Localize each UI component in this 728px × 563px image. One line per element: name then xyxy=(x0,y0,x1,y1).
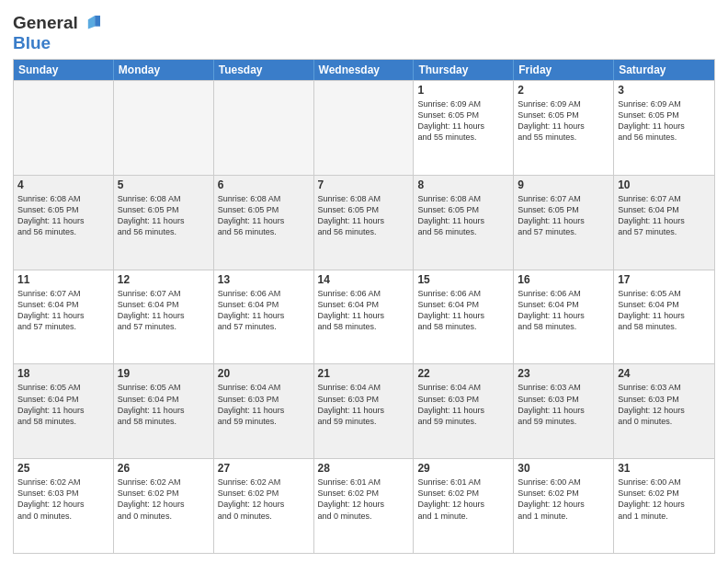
calendar-cell: 24Sunrise: 6:03 AM Sunset: 6:03 PM Dayli… xyxy=(614,364,714,458)
calendar-cell: 4Sunrise: 6:08 AM Sunset: 6:05 PM Daylig… xyxy=(14,176,114,270)
calendar-cell: 14Sunrise: 6:06 AM Sunset: 6:04 PM Dayli… xyxy=(314,270,415,364)
cell-text: Sunrise: 6:03 AM Sunset: 6:03 PM Dayligh… xyxy=(518,382,609,427)
cell-text: Sunrise: 6:04 AM Sunset: 6:03 PM Dayligh… xyxy=(318,382,410,427)
cell-text: Sunrise: 6:03 AM Sunset: 6:03 PM Dayligh… xyxy=(618,382,711,427)
calendar-cell: 13Sunrise: 6:06 AM Sunset: 6:04 PM Dayli… xyxy=(214,270,314,364)
cell-text: Sunrise: 6:07 AM Sunset: 6:04 PM Dayligh… xyxy=(618,193,711,238)
cell-text: Sunrise: 6:01 AM Sunset: 6:02 PM Dayligh… xyxy=(318,477,410,522)
day-number: 28 xyxy=(318,462,410,475)
day-number: 24 xyxy=(618,367,711,380)
svg-marker-0 xyxy=(95,16,100,27)
cell-text: Sunrise: 6:04 AM Sunset: 6:03 PM Dayligh… xyxy=(417,382,509,427)
weekday-header: Sunday xyxy=(14,60,114,80)
cell-text: Sunrise: 6:05 AM Sunset: 6:04 PM Dayligh… xyxy=(618,288,711,333)
calendar-cell: 9Sunrise: 6:07 AM Sunset: 6:05 PM Daylig… xyxy=(514,176,614,270)
calendar-cell: 10Sunrise: 6:07 AM Sunset: 6:04 PM Dayli… xyxy=(614,176,714,270)
cell-text: Sunrise: 6:06 AM Sunset: 6:04 PM Dayligh… xyxy=(518,288,609,333)
day-number: 12 xyxy=(118,273,210,286)
day-number: 29 xyxy=(417,462,509,475)
calendar-cell: 26Sunrise: 6:02 AM Sunset: 6:02 PM Dayli… xyxy=(114,459,214,553)
calendar-cell xyxy=(114,81,214,175)
day-number: 1 xyxy=(417,84,509,97)
day-number: 30 xyxy=(518,462,609,475)
calendar-row: 11Sunrise: 6:07 AM Sunset: 6:04 PM Dayli… xyxy=(14,270,714,364)
cell-text: Sunrise: 6:08 AM Sunset: 6:05 PM Dayligh… xyxy=(417,193,509,238)
day-number: 19 xyxy=(118,367,210,380)
cell-text: Sunrise: 6:02 AM Sunset: 6:02 PM Dayligh… xyxy=(218,477,310,522)
calendar-page: General Blue SundayMondayTuesdayWednesda… xyxy=(0,0,728,563)
cell-text: Sunrise: 6:08 AM Sunset: 6:05 PM Dayligh… xyxy=(318,193,410,238)
cell-text: Sunrise: 6:08 AM Sunset: 6:05 PM Dayligh… xyxy=(218,193,310,238)
calendar-cell: 25Sunrise: 6:02 AM Sunset: 6:03 PM Dayli… xyxy=(14,459,114,553)
header: General Blue xyxy=(13,9,715,53)
calendar-cell: 23Sunrise: 6:03 AM Sunset: 6:03 PM Dayli… xyxy=(514,364,614,458)
logo-icon xyxy=(80,13,100,33)
calendar-cell: 18Sunrise: 6:05 AM Sunset: 6:04 PM Dayli… xyxy=(14,364,114,458)
calendar-cell: 15Sunrise: 6:06 AM Sunset: 6:04 PM Dayli… xyxy=(414,270,514,364)
day-number: 22 xyxy=(417,367,509,380)
calendar-cell: 19Sunrise: 6:05 AM Sunset: 6:04 PM Dayli… xyxy=(114,364,214,458)
logo-blue: Blue xyxy=(13,33,51,52)
cell-text: Sunrise: 6:06 AM Sunset: 6:04 PM Dayligh… xyxy=(417,288,509,333)
calendar-row: 4Sunrise: 6:08 AM Sunset: 6:05 PM Daylig… xyxy=(14,175,714,270)
cell-text: Sunrise: 6:09 AM Sunset: 6:05 PM Dayligh… xyxy=(518,98,609,144)
cell-text: Sunrise: 6:05 AM Sunset: 6:04 PM Dayligh… xyxy=(118,382,210,427)
day-number: 20 xyxy=(218,367,310,380)
day-number: 10 xyxy=(618,178,711,191)
day-number: 5 xyxy=(118,178,210,191)
calendar-cell: 27Sunrise: 6:02 AM Sunset: 6:02 PM Dayli… xyxy=(214,459,314,553)
day-number: 2 xyxy=(518,84,609,97)
calendar-cell: 17Sunrise: 6:05 AM Sunset: 6:04 PM Dayli… xyxy=(614,270,714,364)
weekday-header: Friday xyxy=(514,60,614,80)
cell-text: Sunrise: 6:09 AM Sunset: 6:05 PM Dayligh… xyxy=(417,98,509,144)
cell-text: Sunrise: 6:04 AM Sunset: 6:03 PM Dayligh… xyxy=(218,382,310,427)
calendar-cell: 11Sunrise: 6:07 AM Sunset: 6:04 PM Dayli… xyxy=(14,270,114,364)
day-number: 15 xyxy=(417,273,509,286)
weekday-header: Thursday xyxy=(414,60,514,80)
day-number: 21 xyxy=(318,367,410,380)
cell-text: Sunrise: 6:06 AM Sunset: 6:04 PM Dayligh… xyxy=(318,288,410,333)
day-number: 18 xyxy=(17,367,109,380)
day-number: 31 xyxy=(618,462,711,475)
calendar-cell: 1Sunrise: 6:09 AM Sunset: 6:05 PM Daylig… xyxy=(414,81,514,175)
calendar-row: 25Sunrise: 6:02 AM Sunset: 6:03 PM Dayli… xyxy=(14,458,714,553)
cell-text: Sunrise: 6:06 AM Sunset: 6:04 PM Dayligh… xyxy=(218,288,310,333)
calendar-cell: 28Sunrise: 6:01 AM Sunset: 6:02 PM Dayli… xyxy=(314,459,415,553)
calendar-cell: 5Sunrise: 6:08 AM Sunset: 6:05 PM Daylig… xyxy=(114,176,214,270)
cell-text: Sunrise: 6:05 AM Sunset: 6:04 PM Dayligh… xyxy=(17,382,109,427)
cell-text: Sunrise: 6:08 AM Sunset: 6:05 PM Dayligh… xyxy=(17,193,109,238)
calendar-cell: 3Sunrise: 6:09 AM Sunset: 6:05 PM Daylig… xyxy=(614,81,714,175)
calendar-cell: 21Sunrise: 6:04 AM Sunset: 6:03 PM Dayli… xyxy=(314,364,415,458)
cell-text: Sunrise: 6:07 AM Sunset: 6:05 PM Dayligh… xyxy=(518,193,609,238)
calendar-row: 1Sunrise: 6:09 AM Sunset: 6:05 PM Daylig… xyxy=(14,80,714,175)
calendar-cell xyxy=(14,81,114,175)
logo-general: General xyxy=(13,13,78,33)
cell-text: Sunrise: 6:07 AM Sunset: 6:04 PM Dayligh… xyxy=(118,288,210,333)
day-number: 25 xyxy=(17,462,109,475)
logo: General Blue xyxy=(13,13,100,53)
calendar-cell: 30Sunrise: 6:00 AM Sunset: 6:02 PM Dayli… xyxy=(514,459,614,553)
calendar-cell: 7Sunrise: 6:08 AM Sunset: 6:05 PM Daylig… xyxy=(314,176,415,270)
calendar-cell: 12Sunrise: 6:07 AM Sunset: 6:04 PM Dayli… xyxy=(114,270,214,364)
calendar-row: 18Sunrise: 6:05 AM Sunset: 6:04 PM Dayli… xyxy=(14,363,714,458)
day-number: 11 xyxy=(17,273,109,286)
weekday-header: Monday xyxy=(114,60,214,80)
cell-text: Sunrise: 6:00 AM Sunset: 6:02 PM Dayligh… xyxy=(518,477,609,522)
calendar-cell: 29Sunrise: 6:01 AM Sunset: 6:02 PM Dayli… xyxy=(414,459,514,553)
calendar-cell: 2Sunrise: 6:09 AM Sunset: 6:05 PM Daylig… xyxy=(514,81,614,175)
cell-text: Sunrise: 6:02 AM Sunset: 6:02 PM Dayligh… xyxy=(118,477,210,522)
calendar-cell: 16Sunrise: 6:06 AM Sunset: 6:04 PM Dayli… xyxy=(514,270,614,364)
cell-text: Sunrise: 6:07 AM Sunset: 6:04 PM Dayligh… xyxy=(17,288,109,333)
calendar: SundayMondayTuesdayWednesdayThursdayFrid… xyxy=(13,59,715,554)
calendar-cell: 8Sunrise: 6:08 AM Sunset: 6:05 PM Daylig… xyxy=(414,176,514,270)
day-number: 9 xyxy=(518,178,609,191)
day-number: 27 xyxy=(218,462,310,475)
cell-text: Sunrise: 6:09 AM Sunset: 6:05 PM Dayligh… xyxy=(618,98,711,144)
weekday-header: Wednesday xyxy=(314,60,415,80)
calendar-header: SundayMondayTuesdayWednesdayThursdayFrid… xyxy=(14,60,714,80)
cell-text: Sunrise: 6:00 AM Sunset: 6:02 PM Dayligh… xyxy=(618,477,711,522)
day-number: 17 xyxy=(618,273,711,286)
day-number: 4 xyxy=(17,178,109,191)
calendar-cell: 22Sunrise: 6:04 AM Sunset: 6:03 PM Dayli… xyxy=(414,364,514,458)
calendar-body: 1Sunrise: 6:09 AM Sunset: 6:05 PM Daylig… xyxy=(14,80,714,553)
